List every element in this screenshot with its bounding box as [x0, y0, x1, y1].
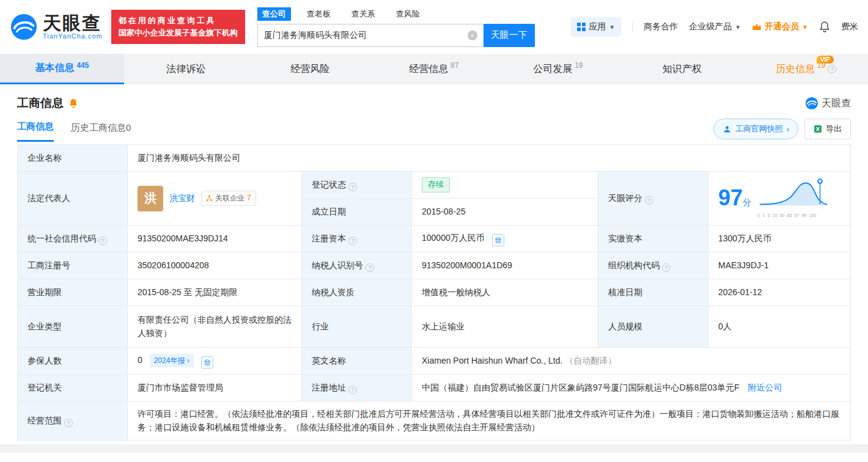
- reg-number-value: 350206100004208: [128, 252, 302, 279]
- search-tab-risk[interactable]: 查风险: [391, 7, 425, 21]
- approval-date-label: 核准日期: [598, 279, 708, 306]
- paid-capital-value: 1300万人民币: [708, 226, 851, 252]
- subtab-history-business-info[interactable]: 历史工商信息0: [71, 122, 131, 141]
- tab-business-info[interactable]: 经营信息87: [372, 54, 496, 84]
- chevron-down-icon: ▼: [802, 24, 808, 31]
- excel-icon: [814, 125, 822, 133]
- reg-address-label: 注册地址?: [302, 375, 412, 402]
- company-type-value: 有限责任公司（非自然人投资或控股的法人独资）: [128, 306, 302, 348]
- tab-legal-proceedings[interactable]: 法律诉讼: [124, 54, 248, 84]
- search-tab-company[interactable]: 查公司: [257, 7, 291, 21]
- insured-label: 参保人数: [18, 348, 128, 375]
- official-snapshot-button[interactable]: 工商官网快照 ›: [713, 119, 798, 139]
- section-title: 工商信息: [17, 95, 64, 111]
- table-row: 营业期限 2015-08-25 至 无固定期限 纳税人资质 增值税一般纳税人 核…: [18, 279, 851, 306]
- legal-rep-label: 法定代表人: [18, 172, 128, 226]
- insured-value: 0 2024年报 ›: [128, 348, 302, 375]
- apps-grid-icon: [577, 23, 586, 31]
- business-term-value: 2015-08-25 至 无固定期限: [128, 279, 302, 306]
- score-label: 天眼评分?: [598, 172, 708, 226]
- credit-code-value: 91350200MAE3J9DJ14: [128, 226, 302, 252]
- open-vip-menu[interactable]: 开通会员 ▼: [752, 21, 808, 32]
- help-icon[interactable]: ?: [366, 263, 374, 272]
- reg-authority-label: 登记机关: [18, 375, 128, 402]
- company-name-value: 厦门港务海顺码头有限公司: [128, 145, 851, 172]
- vip-badge: VIP: [817, 56, 834, 64]
- tianyancha-logo-icon: [10, 13, 38, 41]
- annual-report-badge[interactable]: 2024年报 ›: [150, 354, 194, 368]
- crown-icon: [752, 23, 762, 31]
- subtab-business-info[interactable]: 工商信息: [17, 121, 54, 142]
- score-value: 97: [718, 185, 743, 210]
- chevron-down-icon: ▼: [609, 24, 615, 31]
- business-scope-label: 经营范围?: [18, 402, 128, 441]
- table-row: 企业名称 厦门港务海顺码头有限公司: [18, 145, 851, 172]
- help-icon[interactable]: ?: [348, 183, 357, 191]
- clear-search-icon[interactable]: ×: [468, 31, 477, 40]
- taxpayer-quality-label: 纳税人资质: [302, 279, 412, 306]
- chevron-down-icon: ▼: [735, 24, 741, 31]
- auto-translate-note: （自动翻译）: [565, 356, 616, 365]
- help-icon[interactable]: ?: [662, 263, 671, 272]
- search-input[interactable]: [264, 31, 468, 40]
- business-scope-value: 许可项目：港口经营。（依法须经批准的项目，经相关部门批准后方可开展经营活动，具体…: [128, 402, 851, 441]
- enterprise-products-menu[interactable]: 企业级产品 ▼: [689, 21, 741, 32]
- reg-capital-label: 注册资本?: [302, 226, 412, 252]
- help-icon[interactable]: ?: [64, 419, 73, 427]
- logo-subtitle: TianYanCha.com: [43, 32, 103, 40]
- export-button[interactable]: 导出: [804, 119, 851, 139]
- nearby-companies-link[interactable]: 附近公司: [748, 383, 782, 392]
- reg-status-value: 存续: [412, 172, 598, 199]
- help-icon[interactable]: ?: [348, 237, 357, 245]
- apps-menu[interactable]: 应用 ▼: [571, 17, 621, 37]
- divider: [632, 21, 633, 32]
- status-badge: 存续: [422, 177, 450, 192]
- company-type-label: 企业类型: [18, 306, 128, 348]
- org-code-value: MAE3J9DJ-1: [708, 252, 851, 279]
- table-row: 参保人数 0 2024年报 › 英文名称 Xiamen Port Haishun…: [18, 348, 851, 375]
- table-row: 工商注册号 350206100004208 纳税人识别号? 91350200M0…: [18, 252, 851, 279]
- related-companies-badge[interactable]: 关联企业7: [201, 191, 256, 206]
- notification-bell-icon[interactable]: [819, 21, 830, 33]
- tab-company-development[interactable]: 公司发展19: [496, 54, 620, 84]
- search-area: 查公司 查老板 查关系 查风险 × 天眼一下: [257, 7, 535, 47]
- capital-history-icon[interactable]: [492, 234, 504, 246]
- search-button[interactable]: 天眼一下: [484, 24, 535, 47]
- tab-operational-risk[interactable]: 经营风险: [248, 54, 372, 84]
- reg-status-label: 登记状态?: [302, 172, 412, 199]
- insured-history-icon[interactable]: [201, 356, 213, 369]
- chevron-right-icon: ›: [787, 125, 789, 134]
- subscribe-bell-icon[interactable]: [68, 98, 78, 109]
- table-row: 企业类型 有限责任公司（非自然人投资或控股的法人独资） 行业 水上运输业 人员规…: [18, 306, 851, 348]
- staff-size-value: 0人: [708, 306, 851, 348]
- score-axis: 0 1 3 15 50 85 97 99 100: [757, 213, 818, 219]
- english-name-label: 英文名称: [302, 348, 412, 375]
- tab-history-info[interactable]: VIP 历史信息19 ?: [744, 54, 868, 84]
- taxpayer-id-value: 91350200M0001A1D69: [412, 252, 598, 279]
- english-name-value: Xiamen Port Haishun Wharf Co., Ltd. （自动翻…: [412, 348, 851, 375]
- subtab-row: 工商信息 历史工商信息0 工商官网快照 › 导出: [0, 115, 868, 144]
- tab-intellectual-property[interactable]: 知识产权: [620, 54, 744, 84]
- user-menu[interactable]: 费米: [841, 21, 858, 32]
- staff-size-label: 人员规模: [598, 306, 708, 348]
- help-icon[interactable]: ?: [348, 386, 357, 394]
- company-name-label: 企业名称: [18, 145, 128, 172]
- business-cooperation-link[interactable]: 商务合作: [644, 21, 678, 32]
- help-icon[interactable]: ?: [98, 237, 107, 245]
- legal-rep-avatar[interactable]: 洪: [138, 186, 163, 211]
- legal-rep-name-link[interactable]: 洪宝财: [169, 192, 195, 205]
- search-tab-relation[interactable]: 查关系: [347, 7, 380, 21]
- help-icon[interactable]: ?: [828, 65, 836, 73]
- reg-address-value: 中国（福建）自由贸易试验区厦门片区象屿路97号厦门国际航运中心D栋8层03单元F…: [412, 375, 851, 402]
- taxpayer-id-label: 纳税人识别号?: [302, 252, 412, 279]
- industry-value: 水上运输业: [412, 306, 598, 348]
- main-tabbar: 基本信息445 法律诉讼 经营风险 经营信息87 公司发展19 知识产权 VIP…: [0, 54, 868, 84]
- tianyancha-logo[interactable]: 天眼查 TianYanCha.com: [10, 13, 103, 41]
- table-row: 登记机关 厦门市市场监督管理局 注册地址? 中国（福建）自由贸易试验区厦门片区象…: [18, 375, 851, 402]
- page-footer-strip: [0, 444, 868, 453]
- tianyancha-watermark: 天眼查: [805, 97, 851, 110]
- apps-label: 应用: [589, 21, 606, 32]
- search-tab-boss[interactable]: 查老板: [302, 7, 336, 21]
- tab-basic-info[interactable]: 基本信息445: [0, 54, 124, 84]
- help-icon[interactable]: ?: [645, 196, 653, 205]
